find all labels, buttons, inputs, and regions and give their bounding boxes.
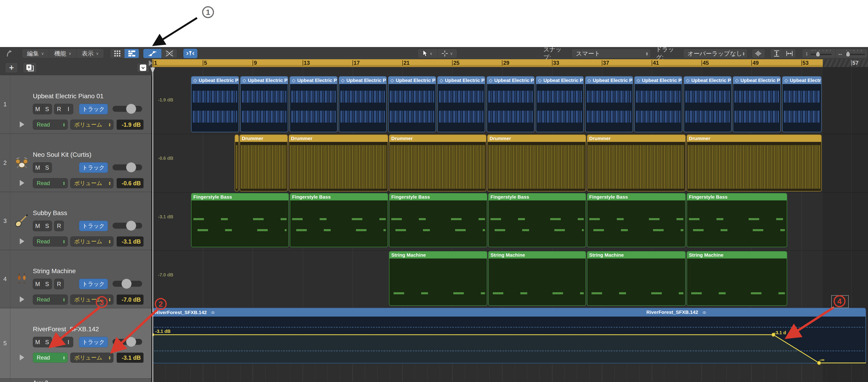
mute-button[interactable]: M: [33, 221, 42, 231]
volume-slider[interactable]: [113, 339, 142, 345]
automation-mode-dropdown[interactable]: Read▴▾: [33, 120, 68, 130]
disclosure-triangle[interactable]: [20, 238, 24, 244]
track-name[interactable]: String Machine: [33, 267, 76, 275]
track-header-options-button[interactable]: [137, 63, 149, 72]
region-clip[interactable]: Drummer: [487, 134, 586, 191]
track-name[interactable]: RiverForest_SFXB.142: [33, 325, 99, 333]
volume-value[interactable]: -1.9 dB: [117, 120, 144, 130]
region-clip[interactable]: ◇Upbeat Electric P: [684, 76, 732, 132]
menu-view[interactable]: 表示∨: [77, 49, 104, 58]
region-clip[interactable]: ◇Upbeat Electric P: [191, 76, 239, 132]
region-clip[interactable]: ◇Upbeat Electric P: [634, 76, 682, 132]
track-on-button[interactable]: トラック: [79, 337, 108, 347]
volume-knob[interactable]: [126, 162, 136, 172]
record-enable-button[interactable]: R: [55, 221, 64, 231]
automation-mode-dropdown[interactable]: Read▴▾: [33, 236, 68, 247]
disclosure-triangle[interactable]: [20, 122, 24, 127]
region-clip[interactable]: String Machine: [488, 251, 586, 306]
region-clip[interactable]: String Machine: [587, 251, 686, 306]
playhead[interactable]: [153, 67, 153, 382]
region-clip[interactable]: ◇Upbeat Electric P: [487, 76, 534, 132]
horizontal-zoom-slider[interactable]: ↔: [836, 49, 867, 58]
automation-param-dropdown[interactable]: ボリューム▴▾: [70, 178, 114, 188]
mute-button[interactable]: M: [33, 279, 42, 289]
track-on-button[interactable]: トラック: [79, 104, 108, 114]
mute-button[interactable]: M: [33, 162, 42, 172]
track-on-button[interactable]: トラック: [79, 279, 108, 289]
automation-mode-dropdown[interactable]: Read▴▾: [33, 178, 68, 188]
volume-knob[interactable]: [126, 104, 136, 114]
mute-button[interactable]: M: [33, 337, 42, 347]
volume-value[interactable]: -3.1 dB: [117, 236, 144, 247]
track-header-4[interactable]: 4String MachineMSRトラックRead▴▾ボリューム▴▾-7.0 …: [0, 250, 151, 308]
bar-ruler[interactable]: 159131721252933374145495357: [152, 59, 868, 67]
region-clip[interactable]: ◇Upbeat Electric P: [437, 76, 485, 132]
solo-button[interactable]: S: [42, 104, 52, 114]
region-clip[interactable]: ◇Upbeat Electric P: [733, 76, 781, 132]
duplicate-track-button[interactable]: +: [23, 62, 37, 73]
automation-param-dropdown[interactable]: ボリューム▴▾: [70, 236, 114, 247]
pointer-tool-button[interactable]: ∨: [418, 49, 438, 58]
region-clip[interactable]: [235, 134, 239, 191]
region-clip[interactable]: String Machine: [687, 251, 787, 306]
region-clip[interactable]: Fingerstyle Bass: [191, 193, 289, 247]
record-enable-button[interactable]: R: [55, 104, 64, 114]
region-clip[interactable]: Fingerstyle Bass: [488, 193, 586, 247]
automation-param-dropdown[interactable]: ボリューム▴▾: [70, 353, 114, 363]
snap-dropdown[interactable]: スマート ▴▾: [571, 49, 651, 58]
region-clip[interactable]: Drummer: [240, 134, 288, 191]
disclosure-triangle[interactable]: [20, 354, 24, 360]
automation-param-dropdown[interactable]: ボリューム▴▾: [70, 120, 114, 130]
tracks-view-button[interactable]: [124, 49, 139, 58]
solo-button[interactable]: S: [42, 221, 52, 231]
add-track-button[interactable]: +: [5, 62, 18, 73]
playhead-marker[interactable]: [150, 67, 155, 73]
catch-playhead-button[interactable]: [183, 49, 197, 58]
region-clip[interactable]: ◇Upbeat Electric P: [339, 76, 387, 132]
region-clip[interactable]: Drummer: [687, 134, 822, 191]
track-header-aux[interactable]: Aux 2: [0, 379, 151, 382]
flex-button[interactable]: [162, 49, 177, 58]
region-clip[interactable]: ◇Upbeat Electric P: [585, 76, 633, 132]
input-monitor-button[interactable]: I: [64, 337, 73, 347]
region-clip[interactable]: Fingerstyle Bass: [389, 193, 487, 247]
region-clip[interactable]: Fingerstyle Bass: [687, 193, 787, 247]
region-clip[interactable]: ◇Upbeat Electric P: [240, 76, 288, 132]
volume-value[interactable]: -0.6 dB: [117, 178, 144, 188]
record-enable-button[interactable]: R: [55, 337, 64, 347]
solo-button[interactable]: S: [42, 162, 52, 172]
track-name[interactable]: Subby Bass: [33, 210, 67, 217]
disclosure-triangle[interactable]: [20, 296, 24, 303]
track-name[interactable]: Neo Soul Kit (Curtis): [33, 151, 91, 158]
volume-knob[interactable]: [126, 337, 136, 347]
track-on-button[interactable]: トラック: [79, 162, 108, 173]
menu-functions[interactable]: 機能∨: [49, 49, 77, 58]
volume-slider[interactable]: [113, 164, 142, 170]
track-header-1[interactable]: 1Upbeat Electric Piano 01MSRIトラックRead▴▾ボ…: [0, 75, 151, 134]
volume-knob[interactable]: [122, 279, 131, 289]
region-clip[interactable]: ◇Upbeat Electric P: [782, 76, 822, 132]
arrange-area[interactable]: ◇Upbeat Electric P◇Upbeat Electric P◇Upb…: [152, 67, 868, 382]
region-clip[interactable]: ◇Upbeat Electric P: [388, 76, 436, 132]
input-monitor-button[interactable]: I: [64, 104, 73, 114]
record-enable-button[interactable]: R: [55, 279, 64, 289]
volume-slider[interactable]: [113, 223, 142, 229]
region-clip[interactable]: RiverForest_SFXB.142○○RiverForest_SFXB.1…: [153, 308, 866, 363]
region-clip[interactable]: Fingerstyle Bass: [290, 193, 388, 247]
waveform-zoom-button[interactable]: [752, 49, 765, 58]
region-clip[interactable]: Fingerstyle Bass: [587, 193, 686, 247]
volume-slider[interactable]: [113, 281, 142, 287]
grid-view-button[interactable]: [110, 49, 124, 58]
volume-value[interactable]: -3.1 dB: [117, 353, 144, 363]
vertical-fit-button[interactable]: [770, 49, 783, 58]
region-clip[interactable]: Drummer: [289, 134, 388, 191]
undo-icon[interactable]: [3, 49, 17, 58]
automation-mode-dropdown[interactable]: Read▴▾: [33, 353, 68, 363]
automation-button[interactable]: [143, 49, 162, 58]
solo-button[interactable]: S: [42, 279, 52, 289]
region-clip[interactable]: ◇Upbeat Electric P: [289, 76, 338, 132]
volume-slider[interactable]: [113, 106, 142, 112]
menu-edit[interactable]: 編集∨: [22, 49, 49, 58]
drag-dropdown[interactable]: オーバーラップなし ▴▾: [683, 49, 747, 58]
track-name[interactable]: Upbeat Electric Piano 01: [33, 93, 103, 100]
